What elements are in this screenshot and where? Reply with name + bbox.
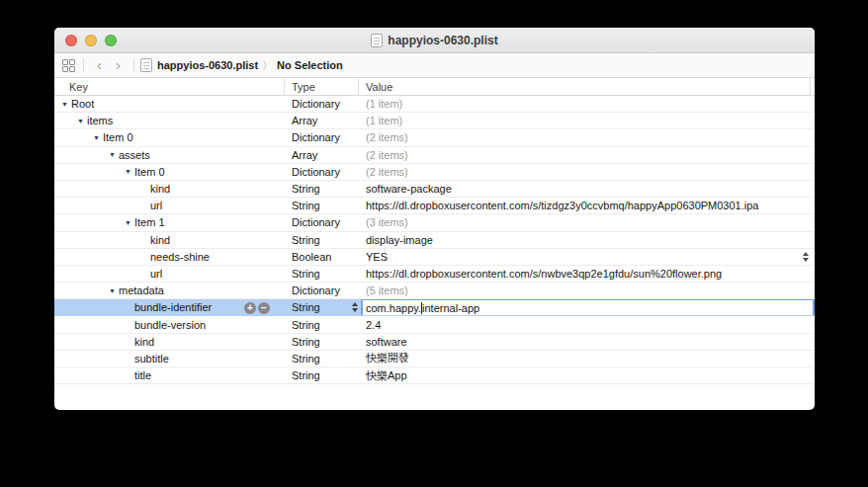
key-cell: ▼Item 1 — [54, 214, 285, 230]
value-label: YES — [366, 251, 388, 263]
column-header-key[interactable]: Key — [54, 78, 285, 95]
type-cell: String — [285, 316, 359, 332]
disclosure-triangle-icon[interactable]: ▼ — [125, 168, 134, 175]
key-label: assets — [119, 149, 150, 161]
boolean-stepper[interactable] — [803, 252, 809, 262]
type-cell: String — [285, 367, 359, 383]
table-row[interactable]: ▼Item 1Dictionary(3 items) — [54, 214, 815, 231]
disclosure-triangle-icon[interactable]: ▼ — [125, 219, 134, 226]
type-cell: Dictionary — [285, 164, 359, 180]
table-row[interactable]: ▼itemsArray(1 item) — [54, 113, 815, 129]
window-title-area: happyios-0630.plist — [54, 28, 815, 52]
value-label: software — [366, 336, 407, 348]
stepper-down-icon — [352, 308, 358, 312]
key-label: kind — [150, 183, 170, 195]
table-row[interactable]: urlStringhttps://dl.dropboxusercontent.c… — [54, 266, 815, 283]
disclosure-triangle-icon[interactable]: ▼ — [109, 287, 119, 294]
edit-text-after-caret: internal-app — [422, 302, 479, 314]
related-items-icon[interactable] — [62, 59, 75, 72]
type-cell: String — [285, 181, 359, 197]
type-label: Boolean — [292, 251, 331, 263]
type-cell: Dictionary — [285, 214, 359, 230]
back-button[interactable]: ‹ — [90, 58, 109, 72]
type-label: Array — [292, 149, 317, 161]
table-row[interactable]: kindStringsoftware-package — [54, 181, 815, 198]
breadcrumb-file[interactable]: happyios-0630.plist — [157, 59, 258, 71]
value-cell: YES — [359, 249, 815, 265]
table-row[interactable]: bundle-versionString2.4 — [54, 316, 815, 333]
value-cell: (2 items) — [359, 164, 815, 180]
type-label: String — [292, 200, 320, 211]
plist-editor-window: happyios-0630.plist ‹ › happyios-0630.pl… — [54, 28, 815, 410]
key-label: kind — [150, 234, 170, 246]
key-label: title — [134, 369, 151, 381]
divider — [83, 58, 84, 72]
type-label: String — [292, 369, 320, 381]
type-stepper[interactable] — [352, 302, 358, 312]
value-label: 快樂開發 — [366, 351, 409, 365]
table-row[interactable]: ▼Item 0Dictionary(2 items) — [54, 129, 815, 146]
key-cell: subtitle — [54, 351, 285, 366]
breadcrumb-selection[interactable]: No Selection — [277, 59, 343, 71]
value-edit-field[interactable]: com.happy.internal-app — [361, 299, 815, 315]
table-row[interactable]: bundle-identifier+−Stringcom.happy.inter… — [54, 299, 815, 316]
value-cell: com.happy.internal-app — [359, 299, 815, 315]
forward-button[interactable]: › — [109, 58, 128, 72]
type-label: String — [292, 301, 320, 313]
remove-row-button[interactable]: − — [258, 302, 270, 314]
plist-document-icon — [371, 34, 383, 47]
table-row[interactable]: ▼metadataDictionary(5 items) — [54, 283, 815, 299]
key-cell: ▼Root — [54, 96, 285, 112]
breadcrumb-separator: 〉 — [262, 58, 273, 73]
value-cell: display-image — [359, 232, 815, 248]
key-cell: kind — [54, 334, 285, 350]
table-row[interactable]: urlStringhttps://dl.dropboxusercontent.c… — [54, 198, 815, 214]
key-cell: ▼Item 0 — [54, 129, 285, 145]
value-label: software-package — [366, 183, 452, 195]
key-label: Item 0 — [134, 166, 165, 178]
key-label: bundle-identifier — [134, 301, 212, 313]
key-label: bundle-version — [134, 319, 206, 331]
value-label: 2.4 — [366, 319, 381, 331]
key-label: url — [150, 268, 162, 280]
table-row[interactable]: kindStringsoftware — [54, 334, 815, 351]
key-cell: bundle-identifier+− — [54, 299, 285, 315]
plist-document-icon — [140, 58, 152, 72]
table-row[interactable]: needs-shineBooleanYES — [54, 249, 815, 266]
edit-text-before-caret: com.happy. — [366, 302, 421, 314]
value-cell: 2.4 — [359, 316, 815, 332]
value-label: (2 items) — [366, 166, 408, 178]
table-row[interactable]: ▼Item 0Dictionary(2 items) — [54, 164, 815, 181]
key-cell: title — [54, 367, 285, 383]
value-cell: https://dl.dropboxusercontent.com/s/tizd… — [359, 198, 815, 213]
disclosure-triangle-icon[interactable]: ▼ — [109, 151, 119, 158]
value-label: (3 items) — [366, 216, 408, 228]
key-label: url — [150, 200, 162, 211]
key-cell: kind — [54, 181, 285, 197]
type-label: Dictionary — [292, 284, 340, 296]
key-cell: ▼metadata — [54, 283, 285, 298]
type-cell: Array — [285, 113, 359, 128]
window-title: happyios-0630.plist — [388, 34, 497, 47]
key-label: kind — [134, 336, 154, 348]
type-label: Dictionary — [292, 216, 340, 228]
title-bar[interactable]: happyios-0630.plist — [54, 28, 815, 53]
column-header-value[interactable]: Value — [359, 78, 811, 95]
value-label: (2 items) — [366, 149, 408, 161]
value-label: https://dl.dropboxusercontent.com/s/nwbv… — [366, 268, 722, 280]
key-label: subtitle — [134, 353, 169, 365]
key-label: Root — [71, 98, 94, 110]
disclosure-triangle-icon[interactable]: ▼ — [93, 134, 103, 141]
table-row[interactable]: titleString快樂App — [54, 367, 815, 384]
disclosure-triangle-icon[interactable]: ▼ — [77, 118, 87, 124]
table-row[interactable]: kindStringdisplay-image — [54, 232, 815, 249]
table-row[interactable]: subtitleString快樂開發 — [54, 351, 815, 367]
key-cell: ▼Item 0 — [54, 164, 285, 180]
table-row[interactable]: ▼RootDictionary(1 item) — [54, 96, 815, 113]
stepper-up-icon — [352, 302, 358, 306]
column-header-type[interactable]: Type — [285, 78, 359, 95]
disclosure-triangle-icon[interactable]: ▼ — [61, 101, 71, 108]
value-label: (1 item) — [366, 98, 402, 110]
add-row-button[interactable]: + — [244, 302, 256, 314]
table-row[interactable]: ▼assetsArray(2 items) — [54, 147, 815, 164]
